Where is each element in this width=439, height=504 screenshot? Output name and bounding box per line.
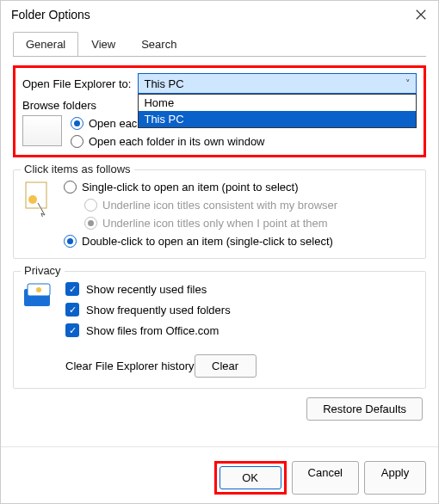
radio-upoint-label: Underline icon titles only when I point … xyxy=(102,217,328,230)
radio-own-window[interactable]: Open each folder in its own window xyxy=(71,135,276,148)
svg-rect-0 xyxy=(26,182,46,208)
click-cursor-icon xyxy=(22,181,53,217)
radio-single-label: Single-click to open an item (point to s… xyxy=(82,181,298,194)
check-recent-files[interactable]: ✓ Show recently used files xyxy=(65,282,257,296)
radio-dot-icon xyxy=(64,235,77,248)
checkmark-icon: ✓ xyxy=(65,282,79,296)
tab-general[interactable]: General xyxy=(13,32,78,57)
radio-own-label: Open each folder in its own window xyxy=(89,135,265,148)
click-group: Click items as follows Single-click to o… xyxy=(13,169,426,259)
radio-dot-icon xyxy=(71,117,83,130)
ok-button[interactable]: OK xyxy=(220,466,281,489)
separator xyxy=(1,446,438,447)
checkmark-icon: ✓ xyxy=(65,323,79,337)
radio-single-click[interactable]: Single-click to open an item (point to s… xyxy=(64,181,337,194)
check-freq-label: Show frequently used folders xyxy=(86,304,231,317)
radio-dot-icon xyxy=(71,135,83,148)
radio-ubrowser-label: Underline icon titles consistent with my… xyxy=(102,199,337,212)
open-option-thispc[interactable]: This PC xyxy=(139,111,416,127)
tab-bar: General View Search xyxy=(1,32,438,57)
folder-window-icon xyxy=(22,115,62,146)
open-row: Open File Explorer to: This PC ˅ Home Th… xyxy=(22,73,417,94)
svg-point-4 xyxy=(36,287,41,292)
restore-row: Restore Defaults xyxy=(13,397,426,421)
checkmark-icon: ✓ xyxy=(65,303,79,317)
clear-label: Clear File Explorer history xyxy=(65,360,195,372)
radio-double-label: Double-click to open an item (single-cli… xyxy=(82,235,333,248)
privacy-icon xyxy=(22,282,55,310)
radio-double-click[interactable]: Double-click to open an item (single-cli… xyxy=(64,235,337,248)
radio-underline-point: Underline icon titles only when I point … xyxy=(84,217,337,230)
open-combo-value: This PC xyxy=(144,77,183,90)
check-recent-label: Show recently used files xyxy=(86,283,207,296)
open-dropdown: Home This PC xyxy=(138,94,417,128)
highlight-open-section: Open File Explorer to: This PC ˅ Home Th… xyxy=(13,65,426,157)
cancel-button[interactable]: Cancel xyxy=(292,461,359,495)
privacy-list: ✓ Show recently used files ✓ Show freque… xyxy=(65,282,257,378)
chevron-down-icon: ˅ xyxy=(405,78,411,89)
check-office-label: Show files from Office.com xyxy=(86,324,219,337)
svg-point-1 xyxy=(28,195,37,204)
radio-underline-browser: Underline icon titles consistent with my… xyxy=(84,199,337,212)
general-panel: Open File Explorer to: This PC ˅ Home Th… xyxy=(1,57,438,438)
open-option-home[interactable]: Home xyxy=(139,95,416,111)
clear-button[interactable]: Clear xyxy=(195,354,257,378)
radio-dot-icon xyxy=(84,199,97,212)
privacy-group: Privacy ✓ Show recently used files ✓ Sho… xyxy=(13,271,426,389)
apply-button[interactable]: Apply xyxy=(364,461,426,495)
titlebar: Folder Options xyxy=(1,1,438,28)
tab-search[interactable]: Search xyxy=(128,32,189,57)
folder-options-window: Folder Options General View Search Open … xyxy=(0,0,439,504)
privacy-legend: Privacy xyxy=(21,264,65,277)
click-radios: Single-click to open an item (point to s… xyxy=(64,181,337,248)
tab-view[interactable]: View xyxy=(78,32,128,57)
click-legend: Click items as follows xyxy=(21,163,134,175)
open-label: Open File Explorer to: xyxy=(22,77,131,90)
check-office-files[interactable]: ✓ Show files from Office.com xyxy=(65,323,257,337)
restore-defaults-button[interactable]: Restore Defaults xyxy=(306,397,423,421)
click-body: Single-click to open an item (point to s… xyxy=(22,181,417,248)
clear-row: Clear File Explorer history Clear xyxy=(65,354,257,378)
open-combo[interactable]: This PC ˅ xyxy=(138,73,417,94)
radio-dot-icon xyxy=(64,181,77,194)
privacy-body: ✓ Show recently used files ✓ Show freque… xyxy=(22,282,417,378)
check-frequent-folders[interactable]: ✓ Show frequently used folders xyxy=(65,303,257,317)
open-combo-wrap: This PC ˅ Home This PC xyxy=(138,73,417,94)
radio-dot-icon xyxy=(84,217,97,230)
dialog-buttons: OK Cancel Apply xyxy=(1,456,438,503)
close-icon[interactable] xyxy=(414,8,428,22)
window-title: Folder Options xyxy=(11,8,90,22)
highlight-ok: OK xyxy=(214,461,287,495)
